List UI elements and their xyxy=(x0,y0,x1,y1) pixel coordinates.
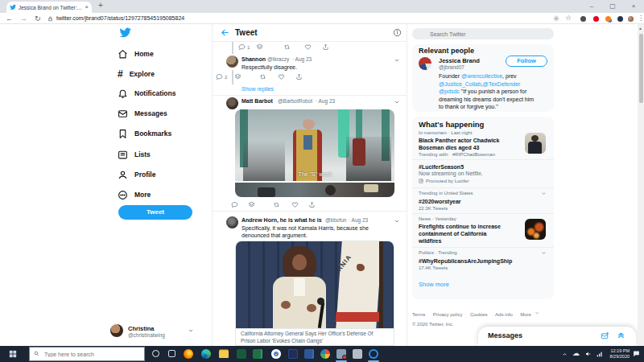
window-close-button[interactable]: × xyxy=(623,0,644,12)
footer-more-link[interactable]: More xyxy=(520,312,531,317)
extension-icon[interactable] xyxy=(605,16,611,22)
photos-app-icon[interactable] xyxy=(320,349,330,359)
taskbar-clock[interactable]: 12:19 PM 8/29/2020 xyxy=(602,348,630,360)
like-icon[interactable] xyxy=(278,73,285,80)
article-card[interactable]: RNIA California Attorney General Says He… xyxy=(235,241,394,346)
footer-link[interactable]: Terms xyxy=(412,312,425,317)
teams-icon[interactable] xyxy=(237,349,246,359)
search-input[interactable] xyxy=(412,28,554,39)
twitter-logo-icon[interactable] xyxy=(119,27,131,39)
firefox-icon[interactable] xyxy=(184,349,193,359)
sidebar-item-explore[interactable]: # Explore xyxy=(118,67,155,81)
card-caption[interactable]: California Attorney General Says Her Off… xyxy=(236,328,394,346)
url-text[interactable]: twitter.com/jbrand07/status/129727854519… xyxy=(56,15,184,21)
follow-button[interactable]: Follow xyxy=(506,56,547,67)
sidebar-item-messages[interactable]: Messages xyxy=(118,106,167,121)
file-explorer-icon[interactable] xyxy=(219,349,229,359)
speaker-icon[interactable] xyxy=(585,351,592,357)
forward-icon[interactable]: → xyxy=(20,14,27,23)
word-icon[interactable] xyxy=(304,349,314,359)
tweet-author-handle[interactable]: @bbofun xyxy=(325,217,346,223)
tweet-author-name[interactable]: Shannon xyxy=(242,56,266,62)
chrome-icon[interactable] xyxy=(271,349,281,359)
layers-icon[interactable] xyxy=(248,201,255,208)
bio-mention-link[interactable]: @wrencollective xyxy=(461,73,502,79)
profile-avatar[interactable] xyxy=(419,57,431,70)
extension-icon[interactable] xyxy=(580,16,586,22)
sidebar-item-home[interactable]: Home xyxy=(118,47,154,61)
sidebar-item-lists[interactable]: Lists xyxy=(118,147,151,162)
retweet-icon[interactable] xyxy=(283,43,291,51)
scrollbar-thumb[interactable] xyxy=(639,34,643,103)
reply-icon[interactable] xyxy=(231,201,238,208)
tweet-author-handle[interactable]: @BarbotRobot xyxy=(278,98,312,104)
footer-link[interactable]: Ads info xyxy=(495,312,513,317)
share-icon[interactable] xyxy=(295,73,303,80)
reply-icon[interactable]: 2 xyxy=(216,73,227,80)
account-switcher[interactable]: Christina @christinatwing xyxy=(110,324,199,340)
excel-icon[interactable] xyxy=(253,349,262,359)
trend-options-chevron-icon[interactable] xyxy=(541,191,547,196)
profile-name[interactable]: Jessica Brand xyxy=(439,57,480,64)
show-replies-link[interactable]: Show replies xyxy=(242,86,274,92)
photoshop-icon[interactable] xyxy=(288,349,298,359)
tweet-gif-media[interactable]: The "S" word xyxy=(235,109,394,181)
retweet-icon[interactable] xyxy=(259,73,266,80)
profile-handle[interactable]: @jbrand07 xyxy=(439,64,464,70)
browser-profile-avatar[interactable] xyxy=(628,16,634,22)
taskbar-app-icon[interactable] xyxy=(353,349,362,359)
action-center-icon[interactable] xyxy=(633,350,640,357)
taskbar-app-icon[interactable] xyxy=(369,349,378,359)
trend-hashtag-link[interactable]: #RIPChadBoseman xyxy=(452,152,495,157)
layers-icon[interactable] xyxy=(234,73,242,80)
tweet-menu-chevron-icon[interactable] xyxy=(394,218,400,224)
trend-options-chevron-icon[interactable] xyxy=(541,250,547,256)
info-circle-icon[interactable] xyxy=(393,28,402,37)
onedrive-cloud-icon[interactable]: ☁ xyxy=(572,349,580,358)
bookmark-star-icon[interactable]: ☆ xyxy=(565,14,572,22)
tweet-avatar[interactable] xyxy=(226,56,238,68)
back-icon[interactable]: ← xyxy=(6,14,13,23)
trend-thumbnail[interactable] xyxy=(525,219,546,240)
bio-mention-link[interactable]: @pdsdc xyxy=(439,88,460,94)
extension-icon[interactable] xyxy=(617,16,623,22)
bio-mention-link[interactable]: @Justice_Collab xyxy=(439,81,481,87)
edge-icon[interactable] xyxy=(201,349,211,359)
new-tab-button[interactable]: + xyxy=(98,1,103,10)
cortana-icon[interactable] xyxy=(151,349,161,359)
share-icon[interactable] xyxy=(308,201,316,208)
tray-chevron-up-icon[interactable] xyxy=(562,352,568,357)
scrollbar-up-arrow[interactable]: ▲ xyxy=(638,26,642,31)
share-icon[interactable] xyxy=(322,43,329,51)
window-maximize-button[interactable]: ▢ xyxy=(602,0,623,12)
tweet-author-handle[interactable]: @tkraczy xyxy=(267,56,289,62)
sidebar-item-bookmarks[interactable]: Bookmarks xyxy=(118,126,171,141)
tweet-author-name[interactable]: Andrew Horn, he is what he is xyxy=(242,217,322,223)
start-button-icon[interactable] xyxy=(9,350,17,358)
footer-link[interactable]: Privacy policy xyxy=(433,312,463,317)
new-message-icon[interactable] xyxy=(601,331,609,340)
reload-icon[interactable]: ↻ xyxy=(35,14,41,23)
browser-tab[interactable]: Jessica Brand on Twitter: "This is × xyxy=(6,2,92,13)
layers-icon[interactable] xyxy=(256,43,263,51)
window-minimize-button[interactable]: – xyxy=(581,0,602,12)
browser-menu-icon[interactable]: ⋮ xyxy=(638,14,644,22)
tweet-avatar[interactable] xyxy=(226,97,238,109)
sidebar-item-profile[interactable]: Profile xyxy=(118,167,155,182)
show-more-link[interactable]: Show more xyxy=(419,281,449,288)
sidebar-item-notifications[interactable]: Notifications xyxy=(118,86,175,101)
expand-drawer-icon[interactable] xyxy=(617,331,625,339)
retweet-icon[interactable] xyxy=(273,201,280,208)
tab-close-icon[interactable]: × xyxy=(85,4,89,10)
pinterest-extension-icon[interactable] xyxy=(593,16,599,22)
like-icon[interactable] xyxy=(291,201,299,208)
like-icon[interactable] xyxy=(304,43,312,51)
tweet-button[interactable]: Tweet xyxy=(118,205,192,220)
tweet-menu-chevron-icon[interactable] xyxy=(394,57,400,64)
messages-drawer[interactable]: Messages xyxy=(478,327,636,346)
task-view-icon[interactable] xyxy=(167,349,177,359)
outlook-notification-icon[interactable] xyxy=(336,349,346,359)
tweet-avatar[interactable] xyxy=(226,216,238,228)
tweet-author-name[interactable]: Matt Barbot xyxy=(242,98,273,104)
back-arrow-icon[interactable] xyxy=(221,28,229,37)
